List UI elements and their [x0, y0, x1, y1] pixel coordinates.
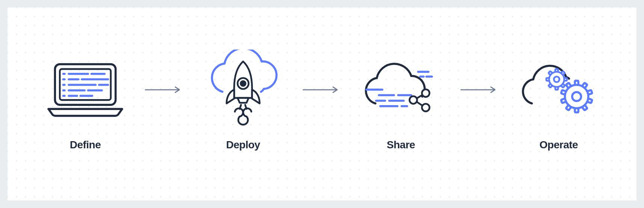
- laptop-code-icon: [44, 50, 127, 128]
- svg-point-35: [410, 96, 417, 104]
- arrow-icon: [299, 50, 345, 129]
- workflow-row: Define: [44, 50, 600, 151]
- arrow-icon: [142, 50, 187, 129]
- cloud-share-icon: [360, 50, 442, 128]
- step-define: Define: [44, 50, 127, 151]
- step-operate: Operate: [517, 50, 600, 151]
- svg-point-37: [422, 104, 429, 111]
- svg-point-48: [554, 77, 559, 82]
- svg-point-19: [241, 81, 246, 86]
- step-share: Share: [360, 50, 442, 151]
- step-label: Define: [70, 139, 101, 151]
- cloud-rocket-icon: [202, 50, 284, 128]
- svg-point-60: [572, 92, 581, 101]
- svg-point-36: [422, 89, 429, 97]
- step-label: Operate: [540, 139, 578, 151]
- diagram-frame: Define: [8, 8, 636, 200]
- arrow-icon: [457, 50, 502, 129]
- step-label: Deploy: [226, 139, 260, 151]
- step-deploy: Deploy: [202, 50, 284, 151]
- cloud-gears-icon: [517, 50, 600, 128]
- step-label: Share: [387, 139, 415, 151]
